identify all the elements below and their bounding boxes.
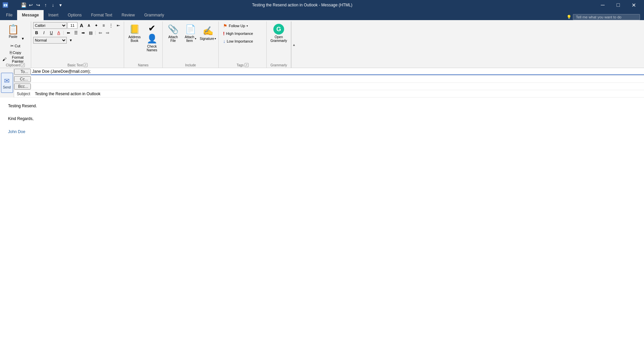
minimize-button[interactable]: ─	[595, 0, 610, 10]
tab-format-text[interactable]: Format Text	[86, 10, 117, 20]
ribbon-content: 📋 Paste ▾ ✂ Cut ⎘ Copy	[0, 20, 644, 68]
tags-group: ⚑ Follow Up ▾ ! High Importance ↓ Low Im…	[219, 21, 267, 68]
close-button[interactable]: ✕	[626, 0, 641, 10]
italic-button[interactable]: I	[41, 30, 47, 36]
ribbon-collapse-button[interactable]: ▲	[291, 21, 297, 68]
font-name-select[interactable]: Calibri	[33, 22, 67, 29]
grammarly-group-label: Grammarly	[269, 63, 289, 68]
title-bar-controls: ─ □ ✕	[595, 0, 641, 10]
bcc-button[interactable]: Bcc...	[14, 83, 31, 90]
tab-grammarly[interactable]: Grammarly	[140, 10, 169, 20]
basic-text-expand[interactable]: ↗	[84, 63, 88, 67]
list-bullet-button[interactable]: ≡	[100, 22, 107, 29]
undo-button[interactable]: ↩	[28, 2, 34, 8]
list-number-button[interactable]: ⋮	[108, 22, 114, 29]
address-book-label: AddressBook	[128, 35, 141, 43]
style-select[interactable]: Normal	[33, 37, 67, 44]
clipboard-label: Clipboard ↗	[2, 62, 29, 68]
font-size-input[interactable]	[67, 22, 77, 29]
paste-dropdown[interactable]: ▾	[20, 22, 25, 42]
underline-button[interactable]: U	[48, 30, 55, 36]
message-body[interactable]: Testing Resend. Kind Regards, John Doe	[0, 98, 644, 299]
up-button[interactable]: ↑	[42, 2, 49, 8]
follow-up-label: Follow Up	[229, 24, 245, 28]
cc-input[interactable]	[31, 76, 644, 82]
basic-text-group: Calibri A A ✦ ≡ ⋮ ⇤ B I U A ⬅	[31, 21, 124, 68]
align-justify-button[interactable]: ▤	[87, 30, 94, 36]
lightbulb-icon: 💡	[567, 15, 572, 19]
clipboard-expand[interactable]: ↗	[21, 63, 25, 67]
signature-label: Signature ▾	[200, 37, 216, 41]
tab-insert[interactable]: Insert	[44, 10, 63, 20]
copy-button[interactable]: ⎘ Copy	[2, 50, 29, 56]
style-dropdown[interactable]: ▾	[67, 37, 74, 44]
follow-up-dropdown-icon: ▾	[247, 24, 248, 27]
title-bar-title: Testing the Resend action in Outlook - M…	[9, 3, 595, 7]
body-line3: Kind Regards,	[8, 116, 636, 122]
indent-right-button[interactable]: ⇨	[104, 30, 111, 36]
follow-up-button[interactable]: ⚑ Follow Up ▾	[221, 22, 264, 30]
customize-button[interactable]: ▾	[57, 2, 64, 8]
check-names-button[interactable]: ✔👤 CheckNames	[144, 22, 160, 53]
format-painter-icon: 🖌	[2, 57, 6, 62]
font-size-increase-button[interactable]: A	[78, 22, 85, 29]
signature-button[interactable]: ✍ Signature ▾	[200, 22, 216, 44]
attach-item-icon: 📄	[185, 24, 196, 35]
clear-format-button[interactable]: ✦	[93, 22, 100, 29]
cc-button[interactable]: Cc...	[14, 76, 31, 82]
bcc-input[interactable]	[31, 83, 644, 90]
basic-text-label: Basic Text ↗	[33, 62, 122, 68]
align-right-button[interactable]: ➡	[80, 30, 87, 36]
address-book-button[interactable]: 📒 AddressBook	[126, 22, 143, 44]
copy-label: Copy	[13, 51, 21, 55]
paste-button[interactable]: 📋 Paste	[6, 22, 20, 42]
tags-items: ⚑ Follow Up ▾ ! High Importance ↓ Low Im…	[221, 22, 264, 62]
indent-decrease-button[interactable]: ⇤	[115, 22, 122, 29]
paste-area: 📋 Paste ▾ ✂ Cut ⎘ Copy	[2, 22, 29, 62]
copy-icon: ⎘	[10, 50, 12, 55]
tab-review[interactable]: Review	[117, 10, 140, 20]
cut-button[interactable]: ✂ Cut	[2, 43, 29, 49]
maximize-button[interactable]: □	[610, 0, 626, 10]
compose-area: ✉ Send To... Cc... Bcc... Subject Testin…	[0, 68, 644, 98]
attach-item-button[interactable]: 📄 AttachItem ▾	[182, 22, 199, 44]
align-left-button[interactable]: ⬅	[65, 30, 72, 36]
down-button[interactable]: ↓	[50, 2, 56, 8]
body-line1: Testing Resend.	[8, 103, 636, 109]
signature-icon: ✍	[203, 26, 213, 36]
body-line2	[8, 109, 636, 116]
to-input[interactable]	[31, 68, 644, 75]
tab-file[interactable]: File	[1, 10, 17, 20]
high-importance-button[interactable]: ! High Importance	[221, 30, 264, 37]
window-icon: 📧	[3, 2, 8, 8]
save-button[interactable]: 💾	[20, 2, 27, 8]
paste-main: 📋 Paste ▾	[6, 22, 25, 42]
high-importance-label: High Importance	[226, 32, 253, 36]
names-items: 📒 AddressBook ✔👤 CheckNames	[126, 22, 160, 63]
cut-label: Cut	[14, 44, 20, 48]
tell-me-input[interactable]	[573, 14, 640, 20]
format-painter-button[interactable]: 🖌 Format Painter	[2, 56, 29, 62]
low-importance-button[interactable]: ↓ Low Importance	[221, 38, 264, 45]
grammarly-items: G OpenGrammarly	[269, 22, 289, 63]
send-button[interactable]: ✉ Send	[1, 73, 13, 93]
tags-expand[interactable]: ↗	[245, 63, 249, 67]
paste-label: Paste	[9, 35, 17, 39]
to-button[interactable]: To...	[14, 69, 31, 75]
font-size-decrease-button[interactable]: A	[86, 22, 92, 29]
grammarly-group: G OpenGrammarly Grammarly	[267, 21, 291, 68]
tab-message[interactable]: Message	[17, 10, 44, 20]
clipboard-small-btns: ✂ Cut ⎘ Copy 🖌 Format Painter	[2, 43, 29, 62]
check-names-label: CheckNames	[147, 45, 157, 52]
subject-value: Testing the Resend action in Outlook	[34, 91, 644, 97]
font-color-button[interactable]: A	[55, 30, 62, 36]
align-center-button[interactable]: ☰	[72, 30, 79, 36]
low-importance-label: Low Importance	[227, 39, 253, 43]
address-book-icon: 📒	[129, 24, 140, 35]
indent-left-button[interactable]: ⇦	[97, 30, 104, 36]
bold-button[interactable]: B	[33, 30, 40, 36]
attach-file-button[interactable]: 📎 AttachFile	[165, 22, 181, 44]
tab-options[interactable]: Options	[63, 10, 86, 20]
open-grammarly-button[interactable]: G OpenGrammarly	[269, 22, 289, 44]
redo-button[interactable]: ↪	[35, 2, 42, 8]
